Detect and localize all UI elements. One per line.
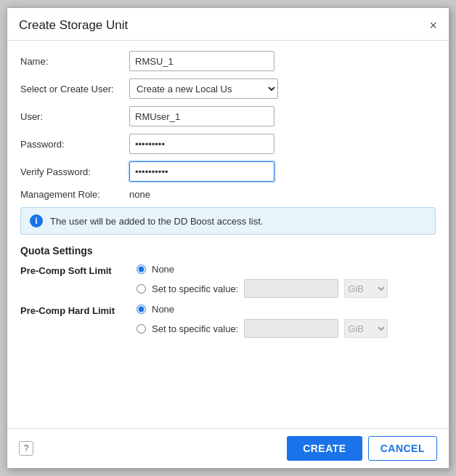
hard-specific-row: Set to specific value: GiB TiB MiB bbox=[137, 319, 388, 338]
select-user-row: Select or Create User: Create a new Loca… bbox=[20, 78, 436, 99]
hard-value-input[interactable] bbox=[244, 319, 338, 338]
hard-specific-label: Set to specific value: bbox=[152, 323, 238, 334]
management-role-row: Management Role: none bbox=[20, 189, 436, 200]
soft-limit-label: Pre-Comp Soft Limit bbox=[20, 264, 137, 276]
soft-none-row: None bbox=[137, 264, 388, 275]
help-icon[interactable]: ? bbox=[19, 441, 33, 456]
hard-specific-radio[interactable] bbox=[137, 324, 146, 334]
management-role-label: Management Role: bbox=[20, 189, 129, 200]
hard-limit-row: Pre-Comp Hard Limit None Set to specific… bbox=[20, 304, 436, 338]
select-user-label: Select or Create User: bbox=[20, 84, 129, 94]
info-icon: i bbox=[30, 214, 43, 227]
password-row: Password: bbox=[20, 134, 436, 154]
quota-section-title: Quota Settings bbox=[20, 245, 436, 257]
cancel-button[interactable]: CANCEL bbox=[368, 436, 437, 461]
dialog-footer: ? CREATE CANCEL bbox=[7, 428, 449, 468]
soft-none-label: None bbox=[152, 264, 174, 275]
management-role-value: none bbox=[129, 189, 150, 200]
soft-specific-row: Set to specific value: GiB TiB MiB bbox=[137, 279, 388, 298]
dialog-title: Create Storage Unit bbox=[19, 18, 128, 33]
password-label: Password: bbox=[20, 139, 129, 150]
hard-limit-label: Pre-Comp Hard Limit bbox=[20, 304, 137, 316]
user-row: User: bbox=[20, 106, 436, 126]
soft-specific-radio[interactable] bbox=[137, 284, 146, 294]
soft-value-input[interactable] bbox=[244, 279, 338, 298]
name-row: Name: bbox=[20, 51, 436, 71]
name-label: Name: bbox=[20, 56, 129, 67]
create-button[interactable]: CREATE bbox=[287, 436, 362, 461]
info-text: The user will be added to the DD Boost a… bbox=[50, 216, 263, 227]
user-label: User: bbox=[20, 111, 129, 122]
select-user-dropdown[interactable]: Create a new Local Us Select Existing Us… bbox=[129, 78, 278, 99]
password-input[interactable] bbox=[129, 134, 274, 154]
dialog-body: Name: Select or Create User: Create a ne… bbox=[7, 41, 449, 428]
hard-limit-options: None Set to specific value: GiB TiB MiB bbox=[137, 304, 388, 338]
soft-limit-label-row: Pre-Comp Soft Limit None Set to specific… bbox=[20, 264, 436, 298]
create-storage-unit-dialog: Create Storage Unit × Name: Select or Cr… bbox=[7, 7, 449, 469]
soft-specific-label: Set to specific value: bbox=[152, 283, 238, 294]
verify-password-label: Verify Password: bbox=[20, 166, 129, 177]
soft-limit-options: None Set to specific value: GiB TiB MiB bbox=[137, 264, 388, 298]
soft-limit-row: Pre-Comp Soft Limit None Set to specific… bbox=[20, 264, 436, 298]
soft-none-radio[interactable] bbox=[137, 265, 146, 274]
user-input[interactable] bbox=[129, 106, 274, 126]
hard-none-radio[interactable] bbox=[137, 304, 146, 314]
close-button[interactable]: × bbox=[429, 19, 437, 32]
hard-none-row: None bbox=[137, 304, 388, 315]
verify-password-row: Verify Password: bbox=[20, 161, 436, 182]
name-input[interactable] bbox=[129, 51, 274, 71]
hard-unit-select[interactable]: GiB TiB MiB bbox=[344, 319, 388, 338]
dialog-header: Create Storage Unit × bbox=[7, 8, 449, 41]
verify-password-input[interactable] bbox=[129, 161, 274, 182]
hard-none-label: None bbox=[152, 304, 174, 315]
soft-unit-select[interactable]: GiB TiB MiB bbox=[344, 279, 388, 298]
hard-limit-label-row: Pre-Comp Hard Limit None Set to specific… bbox=[20, 304, 436, 338]
footer-buttons: CREATE CANCEL bbox=[287, 436, 437, 461]
info-banner: i The user will be added to the DD Boost… bbox=[20, 207, 436, 235]
